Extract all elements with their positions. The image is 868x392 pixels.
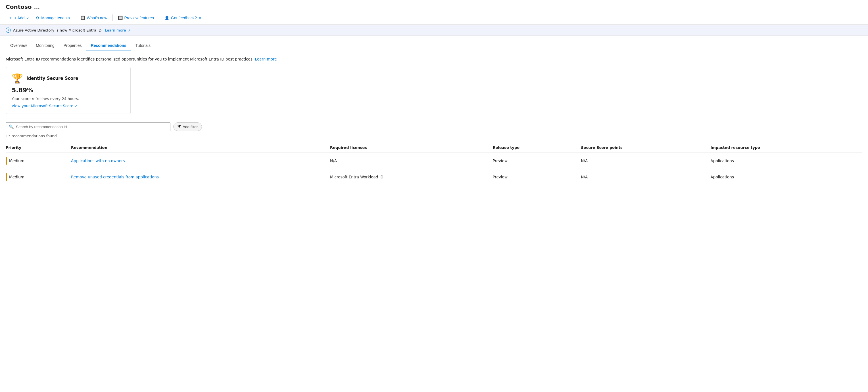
col-required-licenses: Required licenses [330,143,493,153]
results-count: 13 recommendations found [6,134,862,138]
table-body: Medium Applications with no owners N/A P… [6,153,862,185]
page-learn-more-link[interactable]: Learn more [255,57,277,61]
row1-required-licenses: N/A [330,153,493,169]
preview-features-label: Preview features [124,16,154,20]
col-recommendation: Recommendation [71,143,330,153]
preview-icon: 🔲 [118,16,123,20]
row2-impacted-resource-type: Applications [710,169,862,185]
col-impacted-resource-type: Impacted resource type [710,143,862,153]
tab-properties[interactable]: Properties [59,40,86,51]
trophy-icon: 🏆 [12,73,23,84]
priority-cell-2: Medium [6,173,66,181]
separator-3 [159,14,159,21]
score-link[interactable]: View your Microsoft Secure Score ↗ [12,104,125,108]
info-banner-learn-more-link[interactable]: Learn more ↗ [105,28,131,32]
add-button[interactable]: ＋ + Add ∨ [6,13,32,22]
row2-priority: Medium [6,169,71,185]
nav-tabs: Overview Monitoring Properties Recommend… [6,40,862,51]
org-title: Contoso ... [6,3,862,10]
table-header: Priority Recommendation Required license… [6,143,862,153]
score-card-title: Identity Secure Score [26,76,79,81]
info-banner-learn-more-label: Learn more [105,28,126,32]
separator-2 [113,14,113,21]
recommendations-table: Priority Recommendation Required license… [6,143,862,185]
whats-new-icon: 🔲 [81,16,85,20]
tab-monitoring[interactable]: Monitoring [31,40,59,51]
got-feedback-label: Got feedback? [171,16,197,20]
external-link-icon: ↗ [128,29,131,32]
row1-recommendation-link[interactable]: Applications with no owners [71,158,125,163]
add-filter-button[interactable]: ⧩ Add filter [173,122,202,131]
info-banner: i Azure Active Directory is now Microsof… [0,25,868,36]
row1-recommendation-label: Applications with no owners [71,158,125,163]
filter-icon: ⧩ [178,124,181,129]
row2-recommendation: Remove unused credentials from applicati… [71,169,330,185]
row1-recommendation: Applications with no owners [71,153,330,169]
row2-release-type: Preview [493,169,581,185]
gear-icon: ⚙ [36,16,39,20]
row2-recommendation-label: Remove unused credentials from applicati… [71,175,159,179]
org-dots: ... [34,4,40,10]
top-bar: Contoso ... ＋ + Add ∨ ⚙ Manage tenants 🔲… [0,0,868,25]
add-label: + Add [14,16,24,20]
tab-recommendations[interactable]: Recommendations [86,40,131,51]
col-priority: Priority [6,143,71,153]
preview-features-button[interactable]: 🔲 Preview features [115,14,157,22]
priority-label-2: Medium [9,175,24,179]
col-release-type: Release type [493,143,581,153]
search-box: 🔍 [6,122,170,131]
row2-recommendation-link[interactable]: Remove unused credentials from applicati… [71,175,159,179]
priority-cell-1: Medium [6,157,66,165]
col-secure-score-points: Secure Score points [581,143,710,153]
page-description: Microsoft Entra ID recommendations ident… [6,57,862,61]
add-filter-label: Add filter [183,125,198,129]
search-input[interactable] [16,125,167,129]
add-chevron-icon: ∨ [26,16,29,20]
priority-label-1: Medium [9,158,24,163]
toolbar: ＋ + Add ∨ ⚙ Manage tenants 🔲 What's new … [6,13,862,22]
feedback-chevron-icon: ∨ [198,16,202,20]
table-row: Medium Applications with no owners N/A P… [6,153,862,169]
score-link-label: View your Microsoft Secure Score ↗ [12,104,78,108]
search-filter-row: 🔍 ⧩ Add filter [6,122,862,131]
row1-secure-score-points: N/A [581,153,710,169]
row2-secure-score-points: N/A [581,169,710,185]
got-feedback-button[interactable]: 👤 Got feedback? ∨ [162,14,204,22]
row1-release-type: Preview [493,153,581,169]
table-header-row: Priority Recommendation Required license… [6,143,862,153]
add-icon: ＋ [8,16,12,21]
page-description-text: Microsoft Entra ID recommendations ident… [6,57,254,61]
row1-impacted-resource-type: Applications [710,153,862,169]
info-banner-text: Azure Active Directory is now Microsoft … [13,28,102,32]
feedback-icon: 👤 [164,16,169,20]
search-icon: 🔍 [9,124,13,129]
manage-tenants-label: Manage tenants [41,16,70,20]
main-content: Overview Monitoring Properties Recommend… [0,36,868,190]
tab-tutorials[interactable]: Tutorials [131,40,155,51]
score-refresh-text: Your score refreshes every 24 hours. [12,97,125,101]
whats-new-label: What's new [87,16,107,20]
score-card-header: 🏆 Identity Secure Score [12,73,125,84]
whats-new-button[interactable]: 🔲 What's new [78,14,110,22]
score-card: 🏆 Identity Secure Score 5.89% Your score… [6,67,131,114]
score-value: 5.89% [12,87,125,94]
manage-tenants-button[interactable]: ⚙ Manage tenants [33,14,72,22]
row1-priority: Medium [6,153,71,169]
row2-required-licenses: Microsoft Entra Workload ID [330,169,493,185]
tab-overview[interactable]: Overview [6,40,31,51]
priority-bar-1 [6,157,7,165]
table-row: Medium Remove unused credentials from ap… [6,169,862,185]
org-name: Contoso [6,3,32,10]
info-icon: i [6,28,11,33]
priority-bar-2 [6,173,7,181]
page-learn-more-label: Learn more [255,57,277,61]
